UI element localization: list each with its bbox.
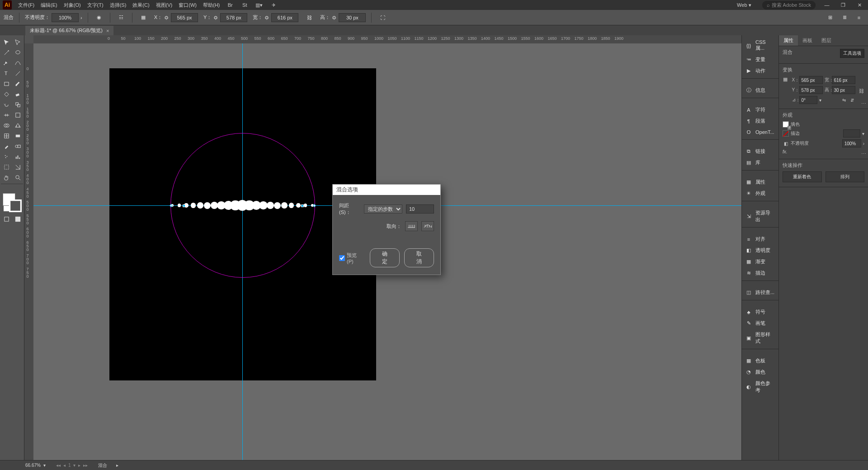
h-stepper-icon[interactable]: ⯐ <box>332 15 337 20</box>
tool-freetransform[interactable] <box>12 110 23 120</box>
tool-wand[interactable] <box>1 47 12 57</box>
blend-step[interactable] <box>204 202 211 209</box>
fill-stroke-swatches[interactable] <box>1 193 23 214</box>
panel-align[interactable]: ≡对齐 <box>742 233 778 245</box>
artboard-nav[interactable]: ◂◂◂1▾▸▸▸ <box>55 463 90 468</box>
panel-asset[interactable]: ⇲资源导出 <box>742 207 778 225</box>
panel-lib[interactable]: ▤库 <box>742 157 778 168</box>
panel-trans[interactable]: ◧透明度 <box>742 245 778 256</box>
blend-step[interactable] <box>296 203 301 208</box>
canvas[interactable]: 0501001502002503003504004505005506006507… <box>24 35 741 460</box>
panel-stroke[interactable]: ≋描边 <box>742 267 778 279</box>
stroke-dd-icon[interactable]: ▾ <box>862 131 864 136</box>
prop-angle-input[interactable] <box>799 96 817 104</box>
recolor-button[interactable]: 重新着色 <box>783 171 822 182</box>
spacing-select[interactable]: 指定的步数 <box>364 204 402 214</box>
tool-blend[interactable] <box>12 141 23 151</box>
preview-checkbox[interactable]: 预览 (P) <box>339 252 361 264</box>
panel-grad[interactable]: ▦渐变 <box>742 256 778 267</box>
appearance-more-icon[interactable]: ⋯ <box>861 151 866 157</box>
screen-normal-icon[interactable] <box>1 214 12 224</box>
w-stepper-icon[interactable]: ⯐ <box>264 15 269 20</box>
fx-label[interactable]: fx. <box>783 149 788 154</box>
panel-color[interactable]: ◔颜色 <box>742 366 778 378</box>
panel-sym[interactable]: ♣符号 <box>742 306 778 318</box>
link-wh-icon[interactable]: ⛓ <box>859 88 865 94</box>
spacing-input[interactable] <box>406 204 434 214</box>
tool-gradient[interactable] <box>12 131 23 141</box>
isolate-icon[interactable]: ⛶ <box>377 13 388 23</box>
close-tab-icon[interactable]: × <box>106 28 109 33</box>
tool-direct-select[interactable] <box>12 37 23 47</box>
tool-slice[interactable] <box>12 162 23 172</box>
prop-y-input[interactable] <box>799 86 823 94</box>
stock-icon[interactable]: St <box>241 1 249 9</box>
blend-step[interactable] <box>281 202 287 208</box>
arrange-button[interactable]: 排列 <box>826 171 865 182</box>
sel-handle-left[interactable] <box>183 204 185 207</box>
ruler-horizontal[interactable]: 0501001502002503003504004505005506006507… <box>33 35 741 43</box>
tool-selection[interactable] <box>1 37 12 47</box>
tool-perspective[interactable] <box>12 120 23 130</box>
transform-more-icon[interactable]: ⋯ <box>861 101 866 107</box>
tool-eyedrop[interactable] <box>1 141 12 151</box>
tool-artboard[interactable] <box>1 162 12 172</box>
tool-width[interactable] <box>1 110 12 120</box>
tool-hand[interactable] <box>1 172 12 182</box>
panel-var[interactable]: ≔变量 <box>742 54 778 65</box>
window-minimize-icon[interactable]: — <box>822 2 832 8</box>
align-icon[interactable]: ☷ <box>116 13 127 23</box>
tool-shaper[interactable] <box>1 89 12 99</box>
prop-h-input[interactable] <box>832 86 855 94</box>
recolor-icon[interactable]: ◉ <box>94 13 104 23</box>
w-input[interactable] <box>271 13 298 22</box>
sel-handle-right[interactable] <box>301 204 304 207</box>
tool-pen[interactable] <box>1 58 12 68</box>
menu-help[interactable]: 帮助(H) <box>203 2 220 9</box>
screen-edit-icon[interactable] <box>12 214 23 224</box>
blend-step[interactable] <box>191 203 196 208</box>
status-play-icon[interactable]: ▸ <box>116 463 118 468</box>
y-stepper-icon[interactable]: ⯐ <box>213 15 218 20</box>
tool-rect[interactable] <box>1 79 12 89</box>
tool-type[interactable]: T <box>1 68 12 78</box>
tool-scale[interactable] <box>12 100 23 109</box>
menu-view[interactable]: 视图(V) <box>156 2 173 9</box>
search-stock[interactable]: ⌕搜索 Adobe Stock <box>762 1 816 9</box>
tool-shapebuilder[interactable] <box>1 120 12 130</box>
ref-point-icon[interactable]: ▦ <box>138 13 149 23</box>
tool-symbolspray[interactable] <box>1 152 12 161</box>
blend-step[interactable] <box>289 203 294 208</box>
prefs-icon[interactable]: ≣ <box>839 13 850 23</box>
gpu-icon[interactable]: ✈ <box>269 1 278 9</box>
panel-brush[interactable]: ✎画笔 <box>742 318 778 329</box>
tool-rotate[interactable] <box>1 100 12 109</box>
tool-curvature[interactable] <box>12 58 23 68</box>
setup-icon[interactable]: ⊞ <box>825 13 835 23</box>
prop-w-input[interactable] <box>832 76 855 84</box>
tool-lasso[interactable] <box>12 47 23 57</box>
fill-swatch[interactable]: ? <box>783 121 789 128</box>
panel-css[interactable]: {|}CSS 属... <box>742 37 778 54</box>
menu-select[interactable]: 选择(S) <box>110 2 127 9</box>
panel-menu-icon[interactable]: ≡ <box>854 13 864 23</box>
ruler-vertical[interactable]: 0501001502002503003504004505005506006507… <box>24 43 33 460</box>
panel-prop[interactable]: ▦属性 <box>742 176 778 188</box>
panel-ot[interactable]: OOpenT... <box>742 127 778 138</box>
h-input[interactable] <box>339 13 366 22</box>
menu-file[interactable]: 文件(F) <box>18 2 34 9</box>
stroke-w-input[interactable] <box>843 129 860 138</box>
x-input[interactable] <box>171 13 198 22</box>
workspace-select[interactable]: Web ▾ <box>732 1 755 9</box>
flip-h-icon[interactable]: ⇋ <box>841 97 847 103</box>
angle-dd-icon[interactable]: ▾ <box>819 98 821 103</box>
bridge-icon[interactable]: Br <box>226 1 234 9</box>
menu-type[interactable]: 文字(T) <box>87 2 104 9</box>
menu-window[interactable]: 窗口(W) <box>179 2 197 9</box>
tool-zoom[interactable] <box>12 172 23 182</box>
flip-v-icon[interactable]: ⇵ <box>849 97 855 103</box>
panel-cg[interactable]: ◐颜色参考 <box>742 378 778 396</box>
menu-edit[interactable]: 编辑(E) <box>41 2 57 9</box>
orient-page-button[interactable] <box>405 221 418 231</box>
menu-object[interactable]: 对象(O) <box>64 2 81 9</box>
